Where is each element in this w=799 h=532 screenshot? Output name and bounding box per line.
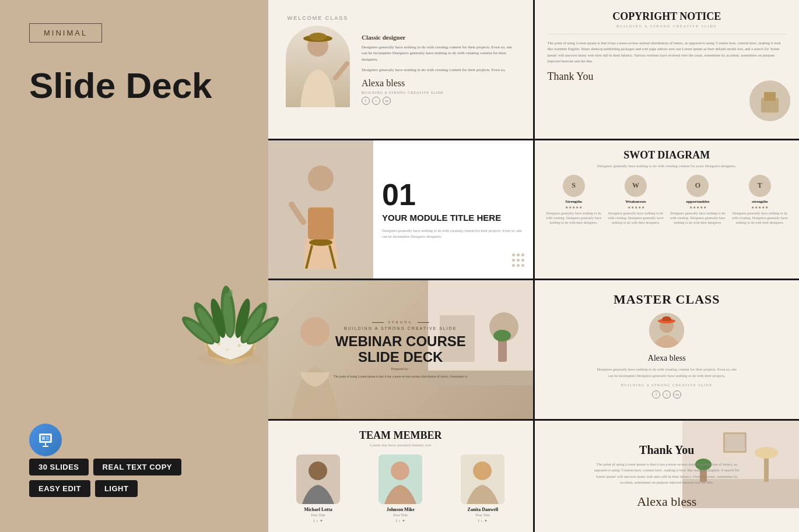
master-facebook-icon: f bbox=[652, 390, 660, 399]
welcome-title-text: WELCOME CLASS bbox=[288, 15, 349, 21]
slide-thankyou: Thank You The point of using Lorem ipsum… bbox=[535, 421, 800, 532]
webinar-title: WEBINAR COURSESLIDE DECK bbox=[334, 334, 467, 365]
member-photo-2 bbox=[379, 455, 422, 504]
member1-instagram: ✦ bbox=[320, 519, 323, 523]
svg-rect-49 bbox=[660, 321, 674, 322]
swot-desc: Designers generally have nothing to do w… bbox=[545, 164, 789, 168]
master-title: MASTER CLASS bbox=[614, 292, 720, 307]
webinar-content: STRONG BUILDING A STRONG CREATIVE SLIDE … bbox=[334, 320, 467, 379]
tag-slides: 30 SLIDES bbox=[29, 459, 89, 475]
copyright-body: The point of using Lorem ipsum is that i… bbox=[548, 40, 787, 65]
member-role-2: Post Title bbox=[393, 513, 408, 517]
thankyou-desc: The point of using Lorem ipsum is that i… bbox=[594, 461, 740, 486]
module-dots bbox=[512, 253, 524, 267]
copyright-title: COPYRIGHT NOTICE bbox=[548, 10, 787, 23]
member-photo-1 bbox=[296, 455, 340, 504]
slide-master: MASTER CLASS Alexa bless Designers gener… bbox=[535, 280, 800, 419]
master-instagram-icon: in bbox=[673, 390, 681, 399]
svg-point-53 bbox=[391, 461, 409, 480]
svg-point-44 bbox=[300, 317, 330, 346]
swot-circle-w: W bbox=[625, 175, 647, 197]
member3-instagram: ✦ bbox=[484, 519, 488, 523]
module-number: 01 bbox=[382, 179, 524, 210]
swot-stars-s: ★★★★★ bbox=[565, 205, 582, 209]
swot-circle-t: T bbox=[749, 175, 771, 197]
member-photo-3 bbox=[461, 455, 504, 504]
team-member-1: Michael Lotta Post Title f t ✦ bbox=[280, 455, 356, 523]
slide-swot: SWOT DIAGRAM Designers generally have no… bbox=[535, 140, 800, 279]
svg-rect-30 bbox=[764, 92, 776, 101]
webinar-desc: The point of using Lorem ipsum is that i… bbox=[334, 374, 467, 379]
welcome-body2: Designers generally have nothing to do w… bbox=[362, 67, 518, 73]
copyright-signature: Thank You bbox=[548, 71, 787, 83]
master-social: f t in bbox=[652, 390, 681, 399]
welcome-arch-photo bbox=[286, 26, 350, 107]
master-avatar bbox=[649, 313, 684, 348]
slide-welcome: WELCOME CLASS Classic bbox=[268, 0, 533, 139]
copyright-divider bbox=[548, 34, 787, 34]
svg-rect-5 bbox=[46, 436, 49, 438]
main-title: Slide Deck bbox=[29, 66, 239, 105]
keynote-icon bbox=[37, 431, 54, 449]
welcome-body: Designers generally have nothing to do w… bbox=[362, 44, 518, 63]
webinar-strong: STRONG bbox=[388, 320, 413, 324]
team-subtitle: Lorem has been standard dummy text bbox=[280, 443, 521, 448]
swot-label-s: Strengths bbox=[565, 199, 582, 204]
swot-label-o: opportunities bbox=[686, 199, 709, 204]
module-title: YOUR MODULE TITLE HERE bbox=[382, 213, 524, 223]
thankyou-content: Thank You The point of using Lorem ipsum… bbox=[594, 443, 740, 510]
facebook-icon: f bbox=[362, 97, 370, 105]
slide-welcome-left: WELCOME CLASS bbox=[283, 12, 353, 127]
swot-stars-w: ★★★★★ bbox=[628, 205, 644, 209]
svg-line-27 bbox=[335, 64, 347, 78]
tag-edit: EASY EDIT bbox=[29, 480, 90, 497]
twitter-icon: t bbox=[372, 97, 380, 105]
member-role-1: Post Title bbox=[311, 513, 325, 517]
team-member-3: Zanita Danwell Post Title f t ✦ bbox=[444, 455, 521, 523]
member-role-3: Post Title bbox=[476, 513, 490, 517]
svg-point-59 bbox=[755, 447, 778, 459]
member2-instagram: ✦ bbox=[402, 519, 405, 523]
copyright-circle-image bbox=[749, 80, 790, 121]
svg-point-55 bbox=[473, 461, 492, 480]
welcome-designer-label: Classic designer bbox=[362, 34, 518, 41]
module-content: 01 YOUR MODULE TITLE HERE Designers gene… bbox=[373, 140, 533, 279]
team-grid: Michael Lotta Post Title f t ✦ Johns bbox=[280, 455, 521, 523]
svg-point-43 bbox=[493, 330, 511, 341]
swot-circle-o: O bbox=[686, 175, 709, 197]
thankyou-title: Thank You bbox=[594, 443, 740, 457]
welcome-signature: Alexa bless bbox=[362, 78, 518, 89]
member-social-2: f t ✦ bbox=[396, 519, 405, 523]
master-name: Alexa bless bbox=[648, 354, 686, 363]
swot-item-s: S Strengths ★★★★★ Designers generally ha… bbox=[545, 175, 602, 226]
swot-stars-o: ★★★★★ bbox=[689, 205, 706, 209]
welcome-photo-inner bbox=[286, 26, 350, 107]
svg-rect-37 bbox=[308, 207, 334, 239]
slide-welcome-right: Classic designer Designers generally hav… bbox=[362, 12, 518, 127]
swot-label-t: strengths bbox=[752, 199, 768, 204]
copyright-subtitle: BUILDING A STRONG CREATIVE SLIDE bbox=[548, 24, 787, 28]
member-name-1: Michael Lotta bbox=[304, 507, 332, 512]
webinar-subtitle: BUILDING A STRONG CREATIVE SLIDE bbox=[334, 326, 467, 330]
member2-facebook: f bbox=[396, 519, 397, 523]
member1-facebook: f bbox=[313, 519, 314, 523]
tags-row: 30 SLIDES REAL TEXT COPY EASY EDIT LIGHT bbox=[29, 459, 227, 497]
master-twitter-icon: t bbox=[663, 390, 671, 399]
swot-item-t: T strengths ★★★★★ Designers generally ha… bbox=[731, 175, 789, 226]
member-name-3: Zanita Danwell bbox=[468, 507, 499, 512]
svg-rect-42 bbox=[498, 339, 507, 362]
webinar-prepared: Prepared by : bbox=[334, 367, 467, 371]
app-icon-circle bbox=[29, 424, 62, 456]
member-social-3: f t ✦ bbox=[478, 519, 488, 523]
tag-text: REAL TEXT COPY bbox=[93, 459, 181, 475]
presentation-icon bbox=[29, 424, 62, 456]
slide-copyright: COPYRIGHT NOTICE BUILDING A STRONG CREAT… bbox=[535, 0, 800, 139]
member3-twitter: t bbox=[481, 519, 482, 523]
svg-rect-26 bbox=[309, 33, 327, 41]
tag-light: LIGHT bbox=[95, 480, 138, 497]
member-name-2: Johnson Mike bbox=[387, 507, 415, 512]
svg-rect-6 bbox=[46, 439, 49, 440]
team-member-2: Johnson Mike Post Title f t ✦ bbox=[362, 455, 439, 523]
svg-rect-58 bbox=[764, 456, 769, 482]
member3-facebook: f bbox=[478, 519, 479, 523]
